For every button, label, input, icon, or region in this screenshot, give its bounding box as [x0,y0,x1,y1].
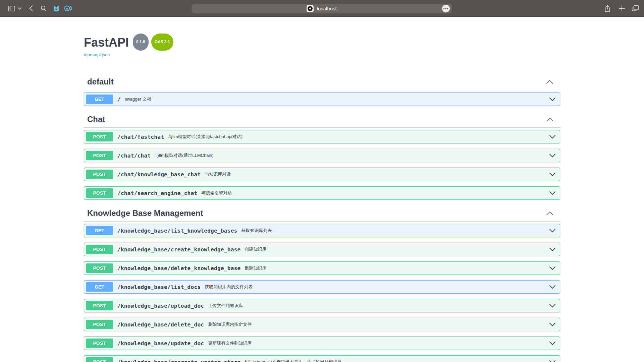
page-title: FastAPI0.1.0OAS 3.1 [84,34,560,51]
section-title: Chat [87,115,105,124]
chevron-down-icon[interactable] [549,322,556,326]
version-badge: 0.1.0 [133,34,149,51]
endpoint-path: /knowledge_base/list_docs [117,284,201,290]
chevron-down-icon[interactable] [549,341,556,345]
endpoint-description: swagger 文档 [125,96,151,102]
endpoint-path: /knowledge_base/update_doc [117,340,204,347]
endpoint-description: 更新现有文件到知识库 [208,340,252,346]
method-badge: POST [86,170,113,179]
section-header-chat[interactable]: Chat [84,111,560,128]
swagger-page: FastAPI0.1.0OAS 3.1 /openapi.json defaul… [77,34,567,362]
endpoint-description: 与知识库对话 [205,171,231,177]
method-badge: POST [86,357,113,362]
method-badge: GET [86,95,113,104]
method-badge: POST [86,263,113,273]
address-bar[interactable]: localhost ••• [192,4,452,13]
section-chat: Chat POST /chat/fastchat 与llm模型对话(直接与fas… [84,111,560,200]
section-header-default[interactable]: default [84,74,560,90]
method-badge: POST [86,151,113,160]
url-text: localhost [317,6,336,11]
endpoint-path: /knowledge_base/list_knowledge_bases [117,228,237,234]
method-badge: POST [86,339,113,348]
chevron-down-icon[interactable] [549,97,556,101]
new-tab-icon[interactable] [618,0,626,17]
endpoint-path: /chat/fastchat [117,134,164,140]
chevron-up-icon[interactable] [546,211,553,216]
chevron-down-icon[interactable] [549,154,556,158]
endpoint-row[interactable]: POST /knowledge_base/delete_doc 删除知识库内指定… [84,318,560,331]
section-title: default [87,77,114,86]
chevron-down-icon[interactable] [549,285,556,289]
chevron-up-icon[interactable] [546,80,553,84]
endpoint-row[interactable]: POST /knowledge_base/upload_doc 上传文件到知识库 [84,299,560,312]
method-badge: POST [86,301,113,310]
endpoint-row[interactable]: POST /knowledge_base/create_knowledge_ba… [84,243,560,256]
endpoint-path: /chat/chat [117,153,151,159]
back-icon[interactable] [28,0,34,17]
endpoint-description: 创建知识库 [245,246,267,252]
section-header-knowledge-base-management[interactable]: Knowledge Base Management [84,205,560,222]
endpoint-description: 删除知识库 [245,265,267,271]
api-info: FastAPI0.1.0OAS 3.1 /openapi.json [84,34,560,58]
tab-overview-icon[interactable] [631,0,640,17]
search-icon[interactable] [40,0,47,17]
method-badge: GET [86,282,113,292]
oas-badge: OAS 3.1 [151,34,173,51]
endpoint-path: /knowledge_base/recreate_vector_store [117,359,241,362]
endpoint-description: 与搜索引擎对话 [201,190,232,196]
endpoint-row[interactable]: POST /knowledge_base/recreate_vector_sto… [84,355,560,362]
method-badge: POST [86,132,113,141]
section-knowledge-base-management: Knowledge Base Management GET /knowledge… [84,205,560,362]
endpoint-path: / [117,96,121,103]
chevron-down-icon[interactable] [549,135,556,139]
extension-bookmark-icon[interactable] [52,0,60,17]
chevron-down-icon[interactable] [549,266,556,270]
section-title: Knowledge Base Management [87,208,203,218]
chevron-down-icon[interactable] [549,172,556,176]
chevron-down-icon[interactable] [549,360,556,362]
more-options-icon[interactable]: ••• [442,5,450,12]
openapi-spec-link[interactable]: /openapi.json [84,52,110,57]
endpoint-description: 与llm模型对话(通过LLMChain) [155,153,214,159]
endpoint-description: 获取知识库列表 [241,228,272,234]
endpoint-path: /knowledge_base/create_knowledge_base [117,246,241,253]
method-badge: POST [86,188,113,198]
section-default: default GET / swagger 文档 [84,74,560,106]
method-badge: GET [86,226,113,235]
site-favicon [307,5,314,12]
endpoint-path: /chat/search_engine_chat [117,190,197,196]
chevron-down-icon[interactable] [549,304,556,308]
endpoint-description: 上传文件到知识库 [208,303,243,309]
endpoint-description: 根据content中文档重建向量库，流式输出处理进度。 [245,359,346,362]
endpoint-row[interactable]: POST /chat/search_engine_chat 与搜索引擎对话 [84,186,560,200]
sidebar-icon[interactable] [7,0,15,17]
endpoint-path: /chat/knowledge_base_chat [117,171,201,178]
method-badge: POST [86,245,113,254]
endpoint-row[interactable]: GET /knowledge_base/list_knowledge_bases… [84,224,560,237]
endpoint-row[interactable]: POST /chat/chat 与llm模型对话(通过LLMChain) [84,149,560,162]
method-badge: POST [86,320,113,329]
endpoint-row[interactable]: POST /knowledge_base/delete_knowledge_ba… [84,261,560,275]
endpoint-path: /knowledge_base/upload_doc [117,303,204,309]
endpoint-description: 与llm模型对话(直接与fastchat api对话) [168,134,243,140]
endpoint-row[interactable]: POST /knowledge_base/update_doc 更新现有文件到知… [84,337,560,350]
tab-groups-chevron-icon[interactable] [17,0,22,17]
endpoint-row[interactable]: GET /knowledge_base/list_docs 获取知识库内的文件列… [84,280,560,294]
api-title-text: FastAPI [84,36,129,49]
endpoint-description: 删除知识库内指定文件 [208,321,252,327]
chevron-down-icon[interactable] [549,229,556,233]
endpoint-path: /knowledge_base/delete_doc [117,321,204,328]
endpoint-row[interactable]: POST /chat/knowledge_base_chat 与知识库对话 [84,168,560,181]
browser-toolbar: localhost ••• [0,0,644,17]
endpoint-description: 获取知识库内的文件列表 [205,284,253,290]
chevron-down-icon[interactable] [549,247,556,251]
chevron-up-icon[interactable] [546,117,553,122]
chevron-down-icon[interactable] [549,191,556,195]
endpoint-row[interactable]: GET / swagger 文档 [84,93,560,106]
endpoint-path: /knowledge_base/delete_knowledge_base [117,265,241,272]
extension-broadcast-icon[interactable] [64,0,72,17]
share-icon[interactable] [603,0,612,17]
endpoint-row[interactable]: POST /chat/fastchat 与llm模型对话(直接与fastchat… [84,130,560,143]
